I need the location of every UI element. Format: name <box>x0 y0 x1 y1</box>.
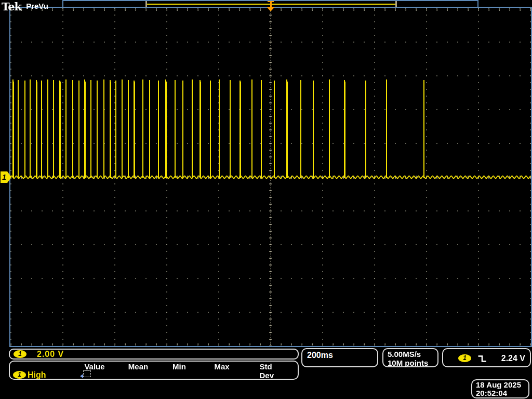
timebase-value: 200ms <box>307 351 333 360</box>
measurement-pending-cursor-icon <box>80 374 83 378</box>
measurement-row-channel-badge: 1 <box>13 371 26 379</box>
acquisition-mode-label: PreVu <box>26 2 48 10</box>
measurement-panel[interactable]: Value Mean Min Max Std Dev 1 High <box>9 361 299 380</box>
horizontal-scale-readout[interactable]: 200ms <box>301 348 378 367</box>
record-length-value: 10M points <box>388 358 437 367</box>
channel1-scale-value: 2.00 V <box>37 350 64 359</box>
measurement-header-mean: Mean <box>128 362 148 371</box>
tek-logo: Tek <box>2 0 21 13</box>
measurement-header-min: Min <box>172 362 186 371</box>
measurement-header-max: Max <box>214 362 229 371</box>
acquisition-readout[interactable]: 5.00MS/s 10M points <box>382 348 438 367</box>
oscilloscope-screen: TekPreVu 1 1 2.00 V Value Mean Min Max S… <box>0 0 532 399</box>
graticule-border <box>9 7 532 347</box>
measurement-value-pending-box <box>83 370 91 377</box>
channel1-badge: 1 <box>14 350 26 358</box>
measurement-header-value: Value <box>84 362 104 371</box>
trigger-readout[interactable]: 1 2.24 V <box>442 348 531 367</box>
date-value: 18 Aug 2025 <box>476 381 528 389</box>
channel1-marker-label: 1 <box>2 173 6 181</box>
measurement-header-stddev: Std Dev <box>260 362 285 380</box>
trigger-position-t-stem <box>270 1 272 7</box>
sample-rate-value: 5.00MS/s <box>388 350 437 358</box>
measurement-row-name[interactable]: High <box>28 370 46 380</box>
datetime-display: 18 Aug 2025 20:52:04 <box>471 379 529 398</box>
overview-window-end-bracket <box>395 1 397 7</box>
trigger-position-arrow-icon[interactable] <box>267 7 275 11</box>
trigger-source-badge: 1 <box>458 354 471 362</box>
channel1-scale-readout[interactable]: 1 2.00 V <box>9 349 299 360</box>
falling-edge-icon <box>477 354 487 363</box>
trigger-level-value: 2.24 V <box>501 354 525 363</box>
brand-header: TekPreVu <box>2 0 48 13</box>
overview-window-start-bracket <box>145 1 147 7</box>
time-value: 20:52:04 <box>476 389 528 397</box>
